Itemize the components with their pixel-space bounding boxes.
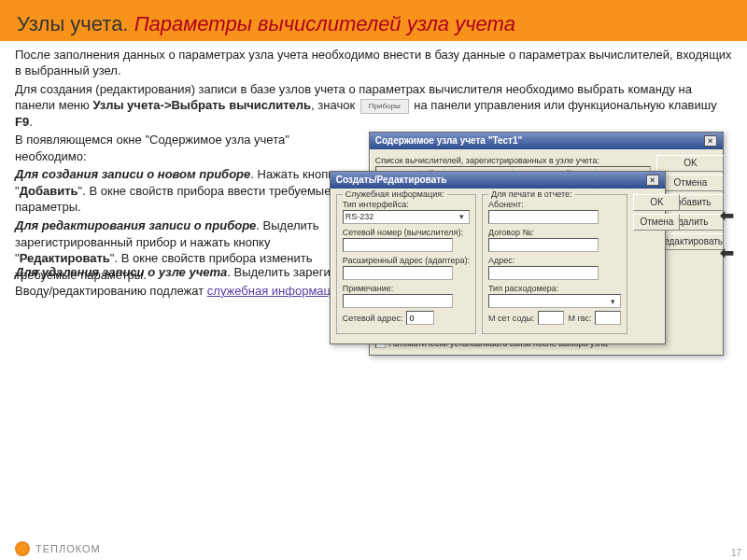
ok-button[interactable]: OK	[633, 194, 680, 211]
dialog-create-edit: Создать/Редактировать × Служебная информ…	[330, 171, 666, 344]
titlebar-node[interactable]: Содержимое узла учета "Тест1" ×	[370, 133, 723, 149]
toolbar-devices-icon: Приборы	[360, 99, 409, 114]
cancel-button[interactable]: Отмена	[656, 175, 724, 191]
abon-input[interactable]	[488, 210, 599, 224]
lbl-note: Примечание:	[343, 283, 470, 294]
page-title: Узлы учета. Параметры вычислителей узла …	[17, 11, 730, 37]
addr-input[interactable]	[488, 266, 599, 280]
group-service: Служебная информация:	[343, 189, 447, 200]
close-icon[interactable]: ×	[704, 135, 717, 147]
chevron-down-icon: ▾	[456, 211, 467, 222]
note-input[interactable]	[343, 294, 453, 308]
mg-input[interactable]	[595, 311, 621, 325]
brand-logo-icon	[15, 541, 30, 556]
cancel-button[interactable]: Отмена	[633, 214, 680, 231]
lbl-abon: Абонент:	[488, 199, 621, 210]
lbl-dog: Договор №:	[488, 227, 621, 238]
slide-number: 17	[731, 548, 741, 558]
left-p1: В появляющемся окне "Содержимое узла уче…	[15, 132, 341, 164]
ok-button[interactable]: OK	[656, 155, 724, 172]
titlebar-edit-text: Создать/Редактировать	[336, 174, 447, 187]
dog-input[interactable]	[488, 238, 599, 252]
titlebar-node-text: Содержимое узла учета "Тест1"	[375, 134, 523, 147]
link-service-info[interactable]: служебная информация	[207, 284, 345, 298]
arrow-icon: ⬅	[720, 242, 734, 264]
netaddr-input[interactable]	[406, 311, 434, 325]
lbl-ext: Расширенный адрес (адаптера):	[343, 255, 470, 266]
lbl-flow: Тип расходомера:	[488, 283, 621, 294]
lbl-netaddr: Сетевой адрес:	[343, 313, 403, 324]
left-create: Для создания записи о новом приборе. Наж…	[15, 166, 341, 216]
lbl-mg: М гвс:	[568, 313, 591, 324]
lbl-serial: Сетевой номер (вычислителя):	[343, 227, 470, 238]
footer: ТЕПЛОКОМ	[15, 541, 101, 556]
arrow-icon: ⬅	[720, 204, 734, 227]
lbl-iface: Тип интерфейса:	[343, 199, 470, 210]
list-label: Список вычислителей, зарегистрированных …	[375, 155, 652, 166]
brand-text: ТЕПЛОКОМ	[35, 543, 101, 554]
flow-select[interactable]: ▾	[488, 294, 621, 308]
lbl-mh: М сет соды:	[488, 313, 534, 324]
chevron-down-icon: ▾	[607, 296, 618, 307]
lbl-addr: Адрес:	[488, 255, 621, 266]
intro-p1: После заполнения данных о параметрах узл…	[15, 47, 732, 79]
ext-input[interactable]	[343, 266, 453, 280]
group-report: Для печати в отчете:	[488, 189, 575, 200]
close-icon[interactable]: ×	[646, 175, 659, 186]
iface-select[interactable]: RS-232▾	[343, 210, 470, 224]
mh-input[interactable]	[538, 311, 564, 325]
titlebar-edit[interactable]: Создать/Редактировать ×	[331, 172, 665, 189]
serial-input[interactable]	[343, 238, 453, 252]
intro-p2: Для создания (редактирования) записи в б…	[15, 81, 732, 131]
